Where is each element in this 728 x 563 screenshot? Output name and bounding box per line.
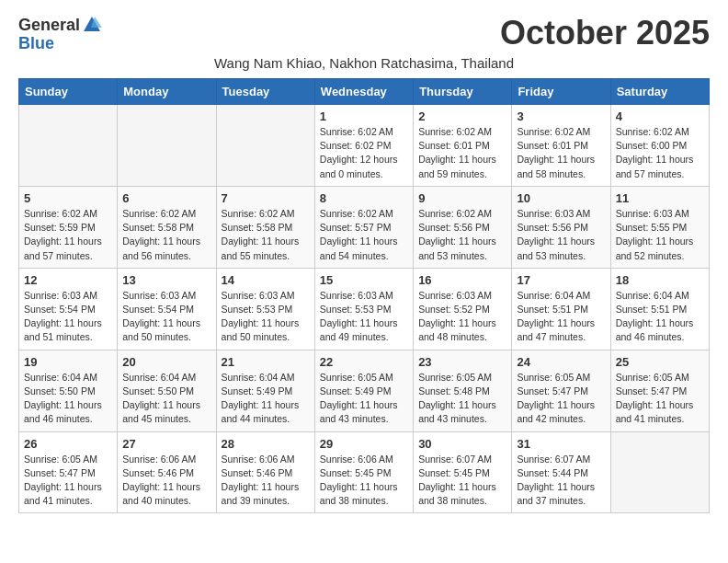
logo-icon	[82, 15, 102, 35]
day-info: Sunrise: 6:05 AMSunset: 5:48 PMDaylight:…	[418, 371, 506, 427]
calendar-cell: 5Sunrise: 6:02 AMSunset: 5:59 PMDaylight…	[19, 186, 118, 268]
calendar-cell: 21Sunrise: 6:04 AMSunset: 5:49 PMDayligh…	[216, 350, 314, 431]
calendar-cell: 17Sunrise: 6:04 AMSunset: 5:51 PMDayligh…	[512, 268, 610, 350]
day-number: 18	[616, 273, 704, 287]
day-number: 19	[24, 355, 112, 369]
day-number: 29	[320, 437, 408, 451]
day-info: Sunrise: 6:05 AMSunset: 5:47 PMDaylight:…	[517, 371, 605, 427]
weekday-header-sunday: Sunday	[19, 79, 118, 105]
day-number: 24	[517, 355, 605, 369]
calendar-cell: 25Sunrise: 6:05 AMSunset: 5:47 PMDayligh…	[610, 350, 709, 431]
calendar-cell: 2Sunrise: 6:02 AMSunset: 6:01 PMDaylight…	[414, 105, 512, 187]
day-info: Sunrise: 6:02 AMSunset: 6:02 PMDaylight:…	[320, 125, 408, 181]
day-info: Sunrise: 6:04 AMSunset: 5:51 PMDaylight:…	[616, 289, 704, 345]
calendar-cell: 31Sunrise: 6:07 AMSunset: 5:44 PMDayligh…	[512, 431, 610, 513]
day-number: 17	[517, 273, 605, 287]
calendar-cell: 20Sunrise: 6:04 AMSunset: 5:50 PMDayligh…	[118, 350, 216, 431]
weekday-header-wednesday: Wednesday	[314, 79, 413, 105]
day-info: Sunrise: 6:05 AMSunset: 5:47 PMDaylight:…	[616, 371, 704, 427]
logo: General Blue	[18, 15, 102, 52]
day-info: Sunrise: 6:04 AMSunset: 5:50 PMDaylight:…	[122, 371, 210, 427]
day-info: Sunrise: 6:02 AMSunset: 5:58 PMDaylight:…	[222, 207, 310, 263]
day-info: Sunrise: 6:04 AMSunset: 5:50 PMDaylight:…	[24, 371, 112, 427]
calendar-cell: 28Sunrise: 6:06 AMSunset: 5:46 PMDayligh…	[216, 431, 314, 513]
day-number: 10	[517, 191, 605, 205]
day-number: 16	[418, 273, 506, 287]
calendar-cell: 11Sunrise: 6:03 AMSunset: 5:55 PMDayligh…	[610, 186, 709, 268]
calendar-cell: 27Sunrise: 6:06 AMSunset: 5:46 PMDayligh…	[118, 431, 216, 513]
day-info: Sunrise: 6:06 AMSunset: 5:46 PMDaylight:…	[122, 453, 210, 509]
calendar-cell	[610, 431, 709, 513]
day-info: Sunrise: 6:02 AMSunset: 5:58 PMDaylight:…	[122, 207, 210, 263]
day-info: Sunrise: 6:06 AMSunset: 5:45 PMDaylight:…	[320, 453, 408, 509]
calendar-cell: 10Sunrise: 6:03 AMSunset: 5:56 PMDayligh…	[512, 186, 610, 268]
calendar-week-row: 1Sunrise: 6:02 AMSunset: 6:02 PMDaylight…	[19, 105, 710, 187]
day-number: 31	[517, 437, 605, 451]
day-number: 1	[320, 109, 408, 123]
calendar-cell: 4Sunrise: 6:02 AMSunset: 6:00 PMDaylight…	[610, 105, 709, 187]
day-info: Sunrise: 6:03 AMSunset: 5:53 PMDaylight:…	[222, 289, 310, 345]
month-title: October 2025	[500, 15, 710, 52]
calendar-cell: 30Sunrise: 6:07 AMSunset: 5:45 PMDayligh…	[414, 431, 512, 513]
day-info: Sunrise: 6:03 AMSunset: 5:54 PMDaylight:…	[122, 289, 210, 345]
day-number: 11	[616, 191, 704, 205]
calendar-cell: 9Sunrise: 6:02 AMSunset: 5:56 PMDaylight…	[414, 186, 512, 268]
day-number: 9	[418, 191, 506, 205]
day-info: Sunrise: 6:02 AMSunset: 5:57 PMDaylight:…	[320, 207, 408, 263]
calendar-cell: 12Sunrise: 6:03 AMSunset: 5:54 PMDayligh…	[19, 268, 118, 350]
day-number: 30	[418, 437, 506, 451]
calendar-cell	[118, 105, 216, 187]
day-info: Sunrise: 6:06 AMSunset: 5:46 PMDaylight:…	[222, 453, 310, 509]
weekday-header-thursday: Thursday	[414, 79, 512, 105]
day-number: 7	[222, 191, 310, 205]
calendar-cell: 22Sunrise: 6:05 AMSunset: 5:49 PMDayligh…	[314, 350, 413, 431]
calendar-cell: 15Sunrise: 6:03 AMSunset: 5:53 PMDayligh…	[314, 268, 413, 350]
day-number: 13	[122, 273, 210, 287]
weekday-header-row: SundayMondayTuesdayWednesdayThursdayFrid…	[19, 79, 710, 105]
day-number: 6	[122, 191, 210, 205]
day-info: Sunrise: 6:05 AMSunset: 5:47 PMDaylight:…	[24, 453, 112, 509]
weekday-header-friday: Friday	[512, 79, 610, 105]
calendar-cell: 8Sunrise: 6:02 AMSunset: 5:57 PMDaylight…	[314, 186, 413, 268]
day-info: Sunrise: 6:03 AMSunset: 5:53 PMDaylight:…	[320, 289, 408, 345]
day-info: Sunrise: 6:04 AMSunset: 5:49 PMDaylight:…	[222, 371, 310, 427]
day-number: 15	[320, 273, 408, 287]
day-number: 14	[222, 273, 310, 287]
day-number: 23	[418, 355, 506, 369]
day-number: 4	[616, 109, 704, 123]
calendar-cell: 6Sunrise: 6:02 AMSunset: 5:58 PMDaylight…	[118, 186, 216, 268]
logo-blue: Blue	[18, 35, 54, 52]
day-info: Sunrise: 6:07 AMSunset: 5:44 PMDaylight:…	[517, 453, 605, 509]
day-info: Sunrise: 6:03 AMSunset: 5:54 PMDaylight:…	[24, 289, 112, 345]
calendar-cell: 19Sunrise: 6:04 AMSunset: 5:50 PMDayligh…	[19, 350, 118, 431]
day-number: 20	[122, 355, 210, 369]
calendar-week-row: 19Sunrise: 6:04 AMSunset: 5:50 PMDayligh…	[19, 350, 710, 431]
day-info: Sunrise: 6:02 AMSunset: 6:01 PMDaylight:…	[517, 125, 605, 181]
day-info: Sunrise: 6:02 AMSunset: 5:59 PMDaylight:…	[24, 207, 112, 263]
calendar-cell: 7Sunrise: 6:02 AMSunset: 5:58 PMDaylight…	[216, 186, 314, 268]
day-info: Sunrise: 6:05 AMSunset: 5:49 PMDaylight:…	[320, 371, 408, 427]
calendar-cell: 14Sunrise: 6:03 AMSunset: 5:53 PMDayligh…	[216, 268, 314, 350]
day-number: 27	[122, 437, 210, 451]
day-number: 5	[24, 191, 112, 205]
calendar-cell: 13Sunrise: 6:03 AMSunset: 5:54 PMDayligh…	[118, 268, 216, 350]
calendar-cell	[19, 105, 118, 187]
calendar-cell: 3Sunrise: 6:02 AMSunset: 6:01 PMDaylight…	[512, 105, 610, 187]
day-info: Sunrise: 6:02 AMSunset: 6:01 PMDaylight:…	[418, 125, 506, 181]
day-number: 28	[222, 437, 310, 451]
weekday-header-tuesday: Tuesday	[216, 79, 314, 105]
calendar-cell: 1Sunrise: 6:02 AMSunset: 6:02 PMDaylight…	[314, 105, 413, 187]
day-info: Sunrise: 6:07 AMSunset: 5:45 PMDaylight:…	[418, 453, 506, 509]
day-info: Sunrise: 6:03 AMSunset: 5:52 PMDaylight:…	[418, 289, 506, 345]
day-number: 2	[418, 109, 506, 123]
location-subtitle: Wang Nam Khiao, Nakhon Ratchasima, Thail…	[18, 55, 710, 71]
day-info: Sunrise: 6:02 AMSunset: 5:56 PMDaylight:…	[418, 207, 506, 263]
day-number: 25	[616, 355, 704, 369]
logo-general: General	[18, 17, 80, 33]
day-number: 26	[24, 437, 112, 451]
day-number: 22	[320, 355, 408, 369]
day-info: Sunrise: 6:02 AMSunset: 6:00 PMDaylight:…	[616, 125, 704, 181]
weekday-header-monday: Monday	[118, 79, 216, 105]
day-info: Sunrise: 6:04 AMSunset: 5:51 PMDaylight:…	[517, 289, 605, 345]
calendar-week-row: 26Sunrise: 6:05 AMSunset: 5:47 PMDayligh…	[19, 431, 710, 513]
